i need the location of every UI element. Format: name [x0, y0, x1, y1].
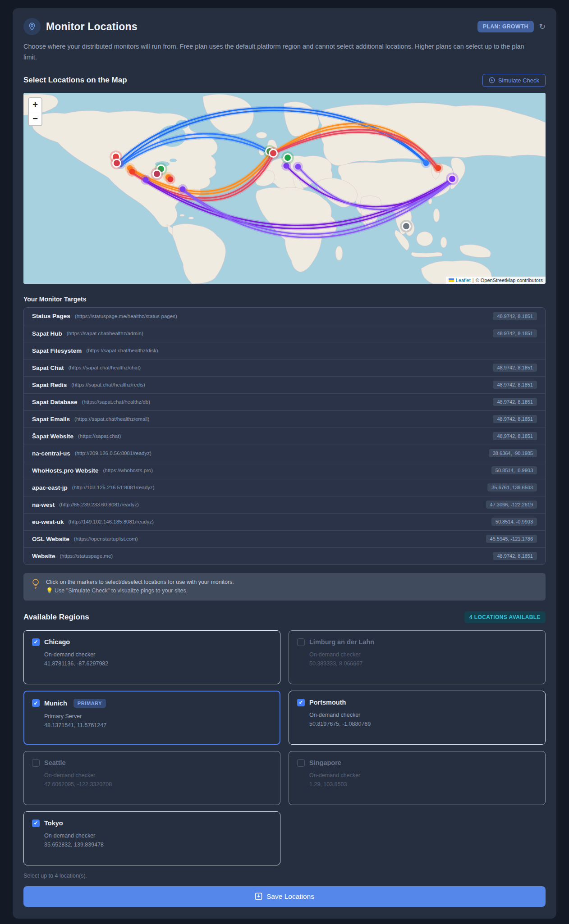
map-zoom-control: + −	[28, 97, 42, 126]
location-pin-icon	[23, 18, 41, 35]
monitor-locations-panel: Monitor Locations PLAN: GROWTH ↻ Choose …	[13, 8, 556, 919]
target-name: Website	[32, 553, 55, 560]
tip-box: Click on the markers to select/deselect …	[23, 573, 546, 601]
target-url: (https://sapat.chat/healthz/chat)	[69, 365, 141, 370]
target-coords-badge: 48.9742, 8.1851	[493, 432, 537, 440]
target-coords-badge: 48.9742, 8.1851	[493, 415, 537, 423]
target-url: (http://149.102.146.185:8081/readyz)	[69, 519, 154, 524]
save-icon	[255, 892, 262, 900]
region-subtitle: Primary Server	[44, 713, 272, 719]
region-card[interactable]: Seattle On-demand checker 47.6062095, -1…	[23, 751, 280, 805]
target-name: na-west	[32, 501, 55, 508]
target-name: Sapat Emails	[32, 416, 70, 423]
play-circle-icon	[489, 77, 495, 83]
target-url: (https://statuspage.me)	[60, 553, 113, 559]
marker-eu-purple-2[interactable]	[293, 162, 303, 172]
target-url: (http://209.126.0.56:8081/readyz)	[75, 451, 151, 456]
region-coords: 35.652832, 139.839478	[44, 842, 272, 848]
region-coords: 50.383333, 8.066667	[309, 660, 537, 667]
table-row: OSL Website (https://openstartuplist.com…	[24, 530, 545, 547]
marker-us-red-2[interactable]	[165, 174, 175, 184]
target-url: (https://sapat.chat/healthz/redis)	[71, 382, 145, 387]
simulate-check-label: Simulate Check	[498, 77, 539, 84]
marker-us-purple-2[interactable]	[178, 184, 188, 194]
region-card[interactable]: ✓ Munich PRIMARY Primary Server 48.13715…	[23, 691, 280, 745]
zoom-out-button[interactable]: −	[29, 112, 41, 125]
table-row: WhoHosts.pro Website (https://whohosts.p…	[24, 462, 545, 479]
table-row: Sapat Filesystem (https://sapat.chat/hea…	[24, 342, 545, 359]
map-attribution: Leaflet | © OpenStreetMap contributors	[446, 277, 546, 284]
marker-eu-west-uk[interactable]	[267, 147, 280, 159]
region-checkbox[interactable]	[297, 759, 305, 767]
region-card[interactable]: ✓ Tokyo On-demand checker 35.652832, 139…	[23, 811, 280, 865]
world-map[interactable]: + − Leaflet | © OpenStreetMap contributo…	[23, 93, 546, 284]
region-card[interactable]: ✓ Portsmouth On-demand checker 50.819767…	[289, 691, 546, 745]
table-row: Status Pages (https://statuspage.me/heal…	[24, 308, 545, 325]
marker-seattle[interactable]	[110, 157, 123, 169]
marker-us-purple-1[interactable]	[141, 175, 151, 185]
region-checkbox[interactable]: ✓	[32, 638, 40, 646]
table-row: na-west (http://85.239.233.60:8081/ready…	[24, 496, 545, 513]
marker-us-red-1[interactable]	[127, 167, 137, 177]
regions-heading: Available Regions	[23, 613, 89, 622]
target-coords-badge: 48.9742, 8.1851	[493, 381, 537, 389]
region-card[interactable]: ✓ Chicago On-demand checker 41.8781136, …	[23, 630, 280, 684]
target-url: (http://85.239.233.60:8081/readyz)	[59, 502, 138, 507]
region-name: Chicago	[44, 638, 70, 646]
target-url: (https://sapat.chat)	[78, 433, 121, 439]
table-row: Sapat Chat (https://sapat.chat/healthz/c…	[24, 359, 545, 376]
target-url: (https://sapat.chat/healthz/email)	[74, 416, 149, 422]
target-coords-badge: 48.9742, 8.1851	[493, 329, 537, 337]
table-row: eu-west-uk (http://149.102.146.185:8081/…	[24, 513, 545, 530]
region-card[interactable]: Singapore On-demand checker 1.29, 103.85…	[289, 751, 546, 805]
region-coords: 47.6062095, -122.3320708	[44, 781, 272, 787]
region-subtitle: On-demand checker	[44, 833, 272, 839]
target-name: Sapat Chat	[32, 364, 64, 371]
regions-grid: ✓ Chicago On-demand checker 41.8781136, …	[23, 630, 546, 865]
plan-badge: PLAN: GROWTH	[477, 21, 534, 32]
target-url: (https://openstartuplist.com)	[74, 536, 138, 542]
attribution-separator: |	[473, 278, 474, 283]
marker-asia-blue[interactable]	[421, 158, 431, 168]
targets-list: Status Pages (https://statuspage.me/heal…	[23, 307, 546, 565]
region-name: Limburg an der Lahn	[309, 638, 374, 646]
region-subtitle: On-demand checker	[309, 772, 537, 778]
target-name: Sapat Database	[32, 399, 78, 405]
table-row: Sapat Emails (https://sapat.chat/healthz…	[24, 410, 545, 428]
region-checkbox[interactable]	[297, 638, 305, 646]
simulate-check-button[interactable]: Simulate Check	[482, 74, 546, 87]
region-subtitle: On-demand checker	[309, 651, 537, 658]
tip-line-2: 💡 Use "Simulate Check" to visualize ping…	[46, 587, 234, 595]
region-subtitle: On-demand checker	[44, 772, 272, 778]
primary-badge: PRIMARY	[73, 699, 106, 708]
region-checkbox[interactable]	[32, 759, 40, 767]
targets-heading: Your Monitor Targets	[23, 296, 546, 303]
region-checkbox[interactable]: ✓	[32, 819, 40, 827]
refresh-icon[interactable]: ↻	[539, 23, 546, 31]
target-name: Status Pages	[32, 313, 70, 319]
target-url: (https://sapat.chat/healthz/db)	[82, 399, 151, 405]
target-name: Sapat Redis	[32, 382, 67, 388]
tip-line-1: Click on the markers to select/deselect …	[46, 578, 234, 587]
target-name: eu-west-uk	[32, 519, 64, 525]
osm-attribution: © OpenStreetMap contributors	[476, 278, 543, 283]
marker-munich[interactable]	[281, 151, 294, 164]
table-row: na-central-us (http://209.126.0.56:8081/…	[24, 445, 545, 462]
marker-na-central[interactable]	[151, 168, 163, 180]
region-card[interactable]: Limburg an der Lahn On-demand checker 50…	[289, 630, 546, 684]
target-name: OSL Website	[32, 536, 69, 542]
region-checkbox[interactable]: ✓	[297, 699, 305, 706]
marker-singapore[interactable]	[400, 220, 413, 232]
target-coords-badge: 35.6761, 139.6503	[487, 483, 537, 492]
table-row: apac-east-jp (http://103.125.216.51:8081…	[24, 479, 545, 496]
region-name: Munich	[44, 700, 67, 707]
target-url: (https://statuspage.me/healthz/status-pa…	[75, 314, 177, 319]
region-checkbox[interactable]: ✓	[32, 699, 40, 707]
marker-tokyo[interactable]	[446, 173, 459, 185]
marker-asia-red[interactable]	[433, 163, 443, 173]
save-locations-button[interactable]: Save Locations	[23, 886, 546, 907]
region-name: Seattle	[44, 759, 66, 766]
leaflet-link[interactable]: Leaflet	[456, 278, 471, 283]
select-limit-note: Select up to 4 location(s).	[23, 873, 546, 879]
zoom-in-button[interactable]: +	[29, 98, 41, 112]
